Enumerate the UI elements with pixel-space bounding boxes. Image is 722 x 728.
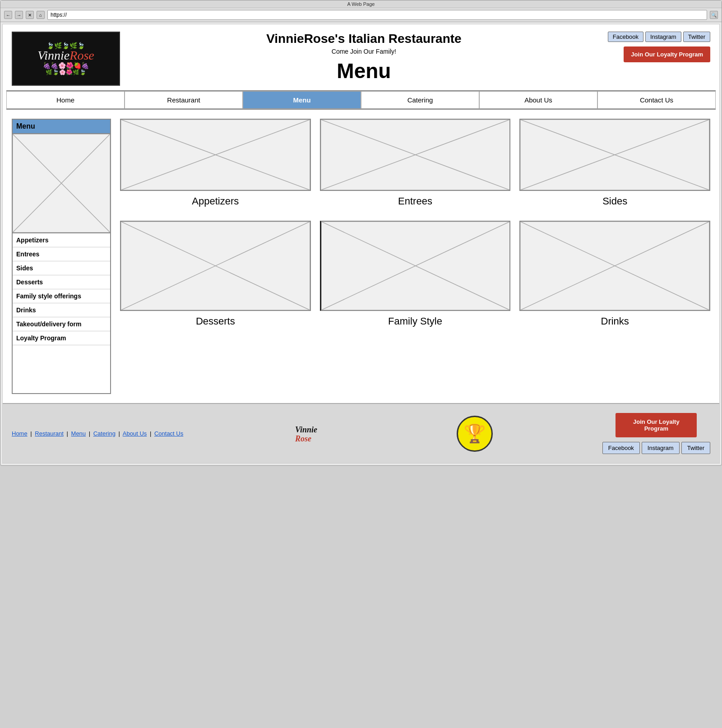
loyalty-button-header[interactable]: Join Our Loyalty Program <box>624 46 710 62</box>
sidebar-item-family-style[interactable]: Family style offerings <box>13 289 110 303</box>
restaurant-tagline: Come Join Our Family! <box>129 48 599 55</box>
appetizers-label: Appetizers <box>120 195 311 207</box>
loyalty-button-footer[interactable]: Join Our Loyalty Program <box>616 413 697 437</box>
home-button[interactable]: ⌂ <box>37 11 45 19</box>
nav-about[interactable]: About Us <box>479 91 597 109</box>
sidebar-image <box>13 134 110 233</box>
grid-item-drinks: Drinks <box>519 221 710 327</box>
footer-link-home[interactable]: Home <box>12 430 28 437</box>
entrees-label: Entrees <box>320 195 511 207</box>
desserts-image <box>120 221 311 311</box>
sidebar-item-desserts[interactable]: Desserts <box>13 275 110 289</box>
svg-text:Rose: Rose <box>295 434 311 443</box>
main-content: Menu Appetizers Entrees Sides Desserts F… <box>3 110 719 403</box>
grid-row-2: Desserts Family Style <box>120 221 710 327</box>
facebook-button-footer[interactable]: Facebook <box>602 442 640 454</box>
sides-image <box>519 119 710 191</box>
twitter-button-header[interactable]: Twitter <box>683 32 710 42</box>
sidebar-item-appetizers[interactable]: Appetizers <box>13 233 110 247</box>
sidebar-item-loyalty[interactable]: Loyalty Program <box>13 331 110 345</box>
sidebar: Menu Appetizers Entrees Sides Desserts F… <box>12 119 111 394</box>
footer-logo-svg: Vinnie Rose <box>293 421 347 444</box>
nav-restaurant[interactable]: Restaurant <box>125 91 243 109</box>
social-buttons-footer: Facebook Instagram Twitter <box>602 442 710 454</box>
grid-item-appetizers: Appetizers <box>120 119 311 207</box>
site-header: 🍃🌿🍃🌿🍃 VinnieRose 🍇🍇🌸🌺🍓🍇 🌿🍃🌸🌺🌿🍃 VinnieRos… <box>3 24 719 90</box>
twitter-button-footer[interactable]: Twitter <box>681 442 710 454</box>
site-footer: Home | Restaurant | Menu | Catering | Ab… <box>3 403 719 463</box>
main-navigation: Home Restaurant Menu Catering About Us C… <box>6 90 716 110</box>
drinks-image <box>519 221 710 311</box>
sidebar-item-sides[interactable]: Sides <box>13 261 110 275</box>
nav-contact[interactable]: Contact Us <box>597 91 716 109</box>
footer-link-catering[interactable]: Catering <box>93 430 116 437</box>
header-right: Facebook Instagram Twitter Join Our Loya… <box>608 32 710 62</box>
nav-menu[interactable]: Menu <box>243 91 361 109</box>
instagram-button-header[interactable]: Instagram <box>645 32 681 42</box>
sidebar-item-drinks[interactable]: Drinks <box>13 303 110 317</box>
social-buttons-header: Facebook Instagram Twitter <box>608 32 710 42</box>
restaurant-name: VinnieRose's Italian Restaurante <box>129 32 599 46</box>
address-bar[interactable] <box>47 10 707 20</box>
footer-links: Home | Restaurant | Menu | Catering | Ab… <box>12 428 183 439</box>
logo: 🍃🌿🍃🌿🍃 VinnieRose 🍇🍇🌸🌺🍓🍇 🌿🍃🌸🌺🌿🍃 <box>12 32 120 86</box>
sidebar-item-entrees[interactable]: Entrees <box>13 247 110 261</box>
family-style-image <box>320 221 511 311</box>
grid-item-entrees: Entrees <box>320 119 511 207</box>
grid-item-sides: Sides <box>519 119 710 207</box>
browser-title: A Web Page <box>0 0 722 8</box>
family-style-label: Family Style <box>320 315 511 327</box>
sidebar-menu-list: Appetizers Entrees Sides Desserts Family… <box>13 233 110 345</box>
entrees-image <box>320 119 511 191</box>
sidebar-item-takeout[interactable]: Takeout/delivery form <box>13 317 110 331</box>
sides-label: Sides <box>519 195 710 207</box>
header-center: VinnieRose's Italian Restaurante Come Jo… <box>129 32 599 83</box>
instagram-button-footer[interactable]: Instagram <box>642 442 680 454</box>
back-button[interactable]: ← <box>4 11 12 19</box>
footer-link-about[interactable]: About Us <box>123 430 147 437</box>
trophy-icon: 🏆 <box>457 416 493 452</box>
page-title: Menu <box>129 59 599 83</box>
nav-catering[interactable]: Catering <box>361 91 479 109</box>
content-grid: Appetizers Entrees <box>120 119 710 394</box>
grid-row-1: Appetizers Entrees <box>120 119 710 207</box>
facebook-button-header[interactable]: Facebook <box>608 32 643 42</box>
stop-button[interactable]: ✕ <box>26 11 34 19</box>
drinks-label: Drinks <box>519 315 710 327</box>
search-button[interactable]: 🔍 <box>710 11 718 19</box>
footer-link-menu[interactable]: Menu <box>71 430 86 437</box>
sidebar-placeholder-image <box>13 134 110 232</box>
browser-window: A Web Page ← → ✕ ⌂ 🔍 🍃🌿🍃🌿🍃 VinnieRose 🍇🍇… <box>0 0 722 466</box>
browser-toolbar: ← → ✕ ⌂ 🔍 <box>0 8 722 22</box>
footer-right: Join Our Loyalty Program Facebook Instag… <box>602 413 710 454</box>
appetizers-image <box>120 119 311 191</box>
footer-link-restaurant[interactable]: Restaurant <box>35 430 64 437</box>
sidebar-title: Menu <box>13 120 110 134</box>
grid-item-desserts: Desserts <box>120 221 311 327</box>
footer-link-contact[interactable]: Contact Us <box>154 430 183 437</box>
nav-home[interactable]: Home <box>6 91 125 109</box>
desserts-label: Desserts <box>120 315 311 327</box>
page-content: 🍃🌿🍃🌿🍃 VinnieRose 🍇🍇🌸🌺🍓🍇 🌿🍃🌸🌺🌿🍃 VinnieRos… <box>2 24 720 464</box>
footer-script-logo: Vinnie Rose <box>293 421 347 446</box>
forward-button[interactable]: → <box>15 11 23 19</box>
grid-item-family-style: Family Style <box>320 221 511 327</box>
svg-text:Vinnie: Vinnie <box>295 425 317 434</box>
